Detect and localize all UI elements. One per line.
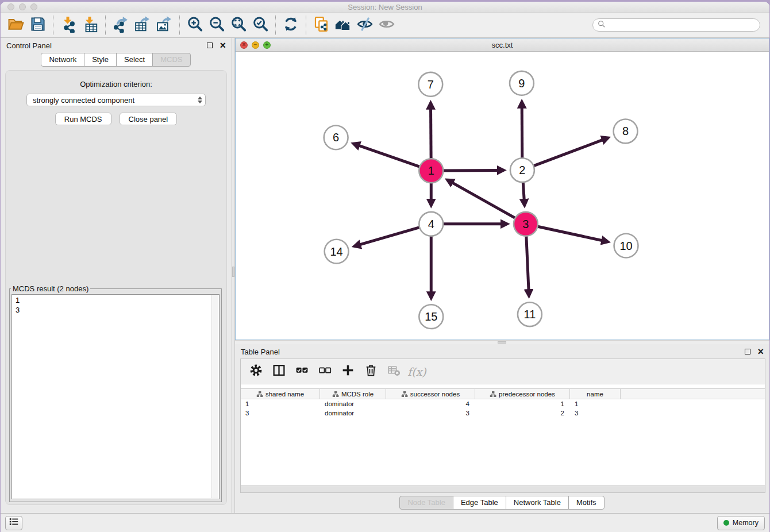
tab-node-table[interactable]: Node Table bbox=[399, 496, 453, 510]
show-all-button[interactable] bbox=[376, 15, 398, 36]
right-column: × − + scc.txt 7968124314101511 bbox=[235, 38, 769, 513]
tab-mcds[interactable]: MCDS bbox=[152, 53, 190, 67]
select-all-columns-button[interactable] bbox=[291, 362, 313, 381]
graph-edge-3-1[interactable] bbox=[448, 180, 526, 224]
result-scrollbar[interactable] bbox=[211, 295, 218, 498]
zoom-out-button[interactable] bbox=[206, 15, 228, 36]
horizontal-splitter[interactable] bbox=[235, 340, 769, 344]
result-line: 1 bbox=[16, 295, 215, 305]
search-box[interactable] bbox=[592, 18, 760, 32]
toolbar-separator bbox=[306, 16, 306, 35]
plus-icon bbox=[341, 363, 355, 380]
folder-open-icon bbox=[7, 16, 25, 35]
table-horizontal-scrollbar[interactable] bbox=[241, 485, 765, 492]
import-table-button[interactable] bbox=[79, 15, 101, 36]
delete-table-icon bbox=[387, 363, 401, 380]
table-cell[interactable]: 4 bbox=[386, 399, 475, 408]
table-cell[interactable]: 1 bbox=[570, 399, 621, 408]
delete-column-button[interactable] bbox=[360, 362, 382, 381]
criterion-value: strongly connected component bbox=[33, 96, 134, 105]
table-cell[interactable]: 3 bbox=[241, 408, 320, 418]
status-bar: Memory bbox=[1, 513, 769, 532]
zoom-selected-button[interactable] bbox=[249, 15, 271, 36]
tab-style[interactable]: Style bbox=[84, 53, 117, 67]
splitter-grip[interactable] bbox=[232, 267, 234, 277]
node-table: shared name MCDS role successor nodes pr… bbox=[241, 388, 765, 418]
function-builder-button[interactable]: f(x) bbox=[406, 362, 428, 381]
unselect-all-columns-button[interactable] bbox=[314, 362, 336, 381]
column-header-successor-nodes[interactable]: successor nodes bbox=[386, 389, 475, 399]
mcds-panel: Optimization criterion: strongly connect… bbox=[5, 70, 227, 505]
import-network-button[interactable] bbox=[57, 15, 79, 36]
table-cell[interactable]: 3 bbox=[570, 408, 621, 418]
table-row[interactable]: 1 dominator 4 1 1 bbox=[241, 399, 765, 408]
list-icon bbox=[9, 516, 19, 529]
memory-button[interactable]: Memory bbox=[717, 516, 765, 530]
column-header-predecessor-nodes[interactable]: predecessor nodes bbox=[475, 389, 570, 399]
close-panel-icon[interactable]: × bbox=[757, 349, 764, 354]
task-history-button[interactable] bbox=[5, 516, 22, 530]
create-column-button[interactable] bbox=[337, 362, 359, 381]
frame-minimize-icon[interactable]: − bbox=[252, 41, 259, 49]
tab-edge-table[interactable]: Edge Table bbox=[453, 496, 506, 510]
delete-table-button[interactable] bbox=[383, 362, 405, 381]
table-row[interactable]: 3 dominator 3 2 3 bbox=[241, 408, 765, 418]
frame-maximize-icon[interactable]: + bbox=[263, 41, 271, 49]
table-settings-button[interactable] bbox=[245, 362, 267, 381]
table-cell[interactable]: 1 bbox=[475, 399, 570, 408]
criterion-select[interactable]: strongly connected component bbox=[26, 94, 206, 106]
show-column-button[interactable] bbox=[268, 362, 290, 381]
zoom-in-button[interactable] bbox=[184, 15, 206, 36]
tab-select[interactable]: Select bbox=[116, 53, 153, 67]
splitter-grip[interactable] bbox=[498, 341, 506, 344]
memory-status-dot-icon bbox=[723, 520, 729, 526]
column-header-shared-name[interactable]: shared name bbox=[241, 389, 320, 399]
graph-node-label-15: 15 bbox=[425, 310, 437, 323]
search-input[interactable] bbox=[606, 21, 755, 29]
graph-edge-2-8[interactable] bbox=[522, 138, 607, 170]
minimize-window-icon[interactable] bbox=[19, 3, 26, 10]
table-cell[interactable]: dominator bbox=[320, 399, 386, 408]
tree-icon bbox=[490, 391, 496, 398]
table-panel-header: Table Panel × bbox=[235, 344, 769, 359]
table-cell[interactable]: 3 bbox=[386, 408, 475, 418]
column-header-name[interactable]: name bbox=[570, 389, 621, 399]
zoom-window-icon[interactable] bbox=[30, 3, 37, 10]
open-session-button[interactable] bbox=[5, 15, 27, 36]
table-cell[interactable]: dominator bbox=[320, 408, 386, 418]
hide-selected-button[interactable] bbox=[354, 15, 376, 36]
close-panel-button[interactable]: Close panel bbox=[120, 113, 178, 125]
frame-close-icon[interactable]: × bbox=[240, 41, 248, 49]
optimization-criterion-label: Optimization criterion: bbox=[6, 80, 226, 88]
network-graph[interactable]: 7968124314101511 bbox=[236, 52, 769, 340]
close-window-icon[interactable] bbox=[7, 3, 14, 10]
zoom-fit-button[interactable] bbox=[228, 15, 249, 36]
network-from-selection-button[interactable] bbox=[310, 15, 332, 36]
table-cell[interactable]: 1 bbox=[241, 399, 320, 408]
close-panel-icon[interactable]: × bbox=[220, 43, 226, 48]
window-titlebar: Session: New Session bbox=[1, 2, 769, 13]
graph-node-label-14: 14 bbox=[330, 245, 343, 258]
columns-icon bbox=[272, 363, 286, 380]
column-header-mcds-role[interactable]: MCDS role bbox=[320, 389, 386, 399]
refresh-button[interactable] bbox=[280, 15, 302, 36]
float-panel-icon[interactable] bbox=[745, 349, 750, 354]
export-image-button[interactable] bbox=[153, 15, 175, 36]
control-panel-header: Control Panel × bbox=[1, 38, 232, 53]
first-neighbors-button[interactable] bbox=[332, 15, 354, 36]
zoom-out-icon bbox=[208, 16, 225, 35]
table-panel: Table Panel × f(x) bbox=[235, 344, 769, 513]
mcds-result-text[interactable]: 1 3 bbox=[11, 294, 220, 499]
export-network-button[interactable] bbox=[110, 15, 132, 36]
fx-icon: f(x) bbox=[407, 365, 426, 378]
export-table-button[interactable] bbox=[132, 15, 153, 36]
save-session-button[interactable] bbox=[27, 15, 49, 36]
run-mcds-button[interactable]: Run MCDS bbox=[55, 113, 111, 125]
tree-icon bbox=[256, 391, 263, 398]
float-panel-icon[interactable] bbox=[207, 43, 213, 48]
control-panel-title: Control Panel bbox=[6, 41, 52, 50]
tab-motifs[interactable]: Motifs bbox=[568, 496, 605, 510]
tab-network-table[interactable]: Network Table bbox=[506, 496, 569, 510]
table-cell[interactable]: 2 bbox=[475, 408, 570, 418]
tab-network[interactable]: Network bbox=[41, 53, 84, 67]
